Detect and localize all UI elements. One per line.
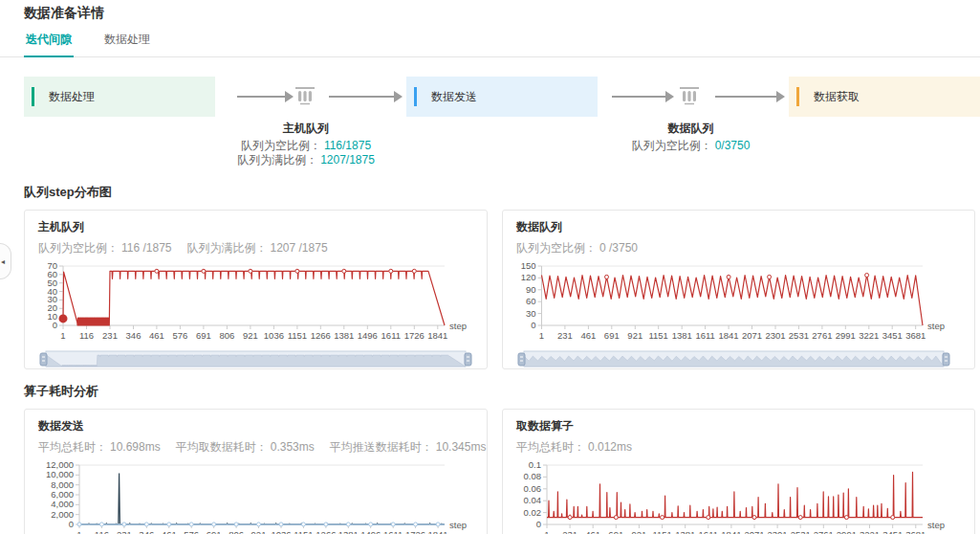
svg-text:806: 806	[219, 330, 234, 341]
svg-text:2531: 2531	[791, 529, 811, 534]
node-label: 数据发送	[431, 89, 477, 105]
arrow-icon	[715, 96, 776, 98]
svg-text:3221: 3221	[860, 529, 880, 534]
pipeline-node-data-process: 数据处理	[24, 77, 215, 117]
svg-text:0.04: 0.04	[524, 495, 542, 505]
svg-text:3681: 3681	[905, 330, 926, 341]
arrow-icon	[237, 96, 285, 98]
svg-text:921: 921	[243, 330, 258, 341]
svg-text:461: 461	[162, 529, 177, 534]
tab-data-processing[interactable]: 数据处理	[102, 27, 152, 57]
svg-text:1611: 1611	[695, 330, 714, 341]
svg-text:2071: 2071	[744, 529, 764, 534]
operator-time-cards: 数据发送 平均总耗时：10.698ms平均取数据耗时：0.353ms平均推送数据…	[24, 409, 975, 534]
pipeline-node-host-queue: 主机队列 队列为空比例：116/1875队列为满比例：1207/1875	[225, 121, 387, 167]
chevron-left-icon: ◂	[1, 257, 5, 266]
arrow-icon	[612, 96, 665, 98]
svg-text:691: 691	[207, 529, 222, 534]
svg-text:576: 576	[184, 529, 199, 534]
svg-text:1726: 1726	[404, 330, 425, 341]
svg-text:step: step	[927, 520, 945, 530]
svg-text:921: 921	[627, 330, 642, 341]
svg-text:231: 231	[117, 529, 132, 534]
queue-stats: 队列为空比例：116/1875队列为满比例：1207/1875	[225, 139, 387, 167]
host-queue-datazoom-slider[interactable]	[38, 348, 473, 369]
arrow-icon	[329, 96, 394, 98]
get-data-op-chart[interactable]: 00.020.040.060.080.112314616919211151138…	[516, 457, 951, 534]
tab-iteration-gap[interactable]: 迭代间隙	[24, 27, 74, 57]
queue-icon	[293, 83, 317, 108]
queue-stats: 队列为空比例：0/3750	[607, 139, 774, 153]
svg-text:1151: 1151	[288, 330, 307, 341]
svg-text:1151: 1151	[652, 529, 671, 534]
svg-text:1266: 1266	[316, 529, 336, 534]
svg-text:2761: 2761	[812, 330, 832, 341]
section-title-operator-time: 算子耗时分析	[24, 383, 980, 400]
card-stats: 队列为空比例：0 /3750	[516, 240, 961, 256]
svg-text:116: 116	[95, 529, 109, 534]
card-stats: 队列为空比例：116 /1875队列为满比例：1207 /1875	[38, 240, 473, 256]
svg-text:1: 1	[544, 529, 549, 534]
svg-text:0.02: 0.02	[524, 507, 542, 518]
svg-text:3451: 3451	[882, 529, 903, 534]
stat-item: 队列为空比例：0 /3750	[516, 241, 638, 255]
stat-item: 队列为空比例：116 /1875	[38, 241, 172, 255]
host-queue-chart[interactable]: 0102030405060701116231346461576691806921…	[38, 258, 473, 346]
svg-text:6,000: 6,000	[51, 489, 74, 500]
svg-text:461: 461	[149, 330, 164, 341]
svg-text:1381: 1381	[672, 330, 692, 341]
svg-text:576: 576	[172, 330, 187, 341]
svg-text:346: 346	[126, 330, 142, 341]
node-label: 数据获取	[814, 89, 860, 105]
svg-text:1611: 1611	[699, 529, 718, 534]
svg-text:1841: 1841	[428, 529, 448, 534]
sidebar-collapse-toggle[interactable]: ◂	[0, 243, 11, 279]
svg-text:1381: 1381	[338, 529, 359, 534]
data-queue-chart[interactable]: 0306090120150123146169192111511381161118…	[516, 258, 951, 346]
svg-text:2301: 2301	[768, 529, 788, 534]
stat-item: 队列为空比例：116/1875	[225, 139, 387, 153]
node-accent-bar	[414, 87, 417, 106]
svg-text:2071: 2071	[742, 330, 762, 341]
data-send-chart[interactable]: 02,0004,0006,0008,00010,00012,0001116231…	[38, 457, 473, 534]
svg-text:0.1: 0.1	[529, 459, 541, 470]
svg-text:2531: 2531	[789, 330, 809, 341]
svg-text:0: 0	[531, 320, 535, 330]
queue-name: 数据队列	[607, 121, 774, 137]
card-title: 数据发送	[38, 418, 473, 434]
svg-text:1036: 1036	[271, 529, 291, 534]
stat-item: 平均推送数据耗时：10.345ms	[330, 440, 487, 454]
svg-text:150: 150	[521, 260, 536, 271]
svg-text:231: 231	[557, 330, 573, 341]
svg-text:2991: 2991	[837, 529, 857, 534]
svg-text:1381: 1381	[675, 529, 695, 534]
card-title: 主机队列	[38, 219, 473, 235]
svg-text:691: 691	[604, 330, 620, 341]
svg-text:step: step	[927, 321, 945, 331]
data-queue-datazoom-slider[interactable]	[516, 348, 951, 369]
svg-text:step: step	[449, 321, 467, 331]
svg-text:461: 461	[585, 529, 600, 534]
svg-text:1: 1	[76, 529, 81, 534]
svg-text:8,000: 8,000	[51, 479, 74, 490]
svg-text:90: 90	[526, 284, 536, 295]
svg-text:921: 921	[251, 529, 267, 534]
svg-text:231: 231	[102, 330, 118, 341]
stat-item: 平均总耗时：10.698ms	[38, 440, 161, 454]
svg-text:1: 1	[60, 330, 65, 341]
svg-text:1496: 1496	[358, 330, 378, 341]
svg-text:231: 231	[562, 529, 577, 534]
svg-text:1841: 1841	[427, 330, 447, 341]
node-label: 数据处理	[49, 89, 95, 105]
page-title: 数据准备详情	[0, 0, 980, 27]
svg-text:70: 70	[47, 260, 57, 271]
svg-text:1036: 1036	[264, 330, 284, 341]
svg-text:0: 0	[536, 519, 541, 529]
card-title: 数据队列	[516, 219, 961, 235]
svg-text:2991: 2991	[836, 330, 856, 341]
svg-text:1611: 1611	[381, 330, 401, 341]
data-queue-card: 数据队列 队列为空比例：0 /3750 03060901201501231461…	[502, 210, 975, 369]
svg-text:2,000: 2,000	[51, 509, 74, 520]
svg-text:2301: 2301	[765, 330, 785, 341]
svg-text:0.06: 0.06	[524, 483, 542, 494]
